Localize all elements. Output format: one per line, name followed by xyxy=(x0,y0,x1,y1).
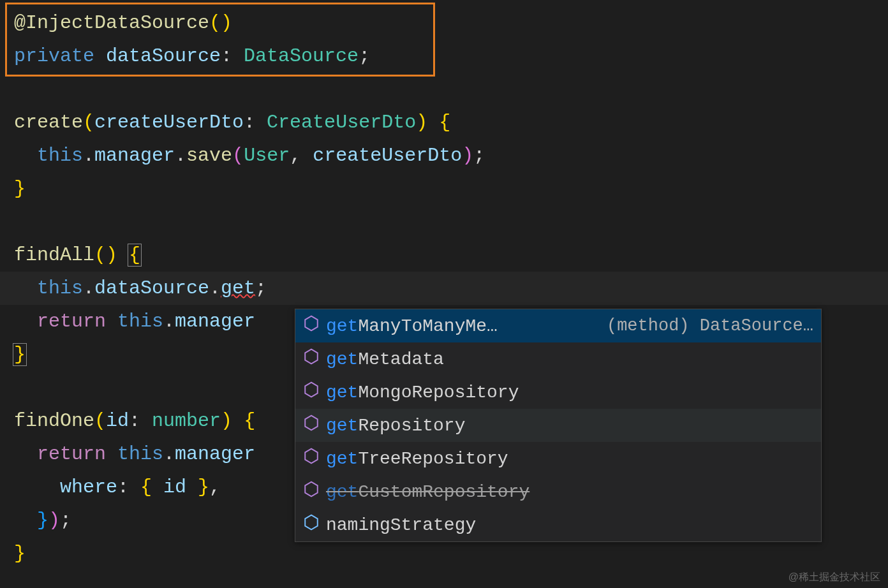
autocomplete-item[interactable]: getCustomRepository xyxy=(295,475,821,508)
code-line: findAll() { xyxy=(14,239,888,272)
autocomplete-item[interactable]: getMetadata xyxy=(295,342,821,376)
autocomplete-popup[interactable]: getManyToManyMe…(method) DataSource…getM… xyxy=(295,309,822,542)
autocomplete-item[interactable]: namingStrategy xyxy=(295,508,821,541)
method-icon xyxy=(303,415,326,436)
method-icon xyxy=(303,348,326,370)
autocomplete-label: namingStrategy xyxy=(326,515,813,535)
autocomplete-label: getTreeRepository xyxy=(326,449,813,469)
autocomplete-item[interactable]: getMongoRepository xyxy=(295,376,821,409)
code-line: this.manager.save(User, createUserDto); xyxy=(14,139,888,172)
code-line-active: this.dataSource.get; xyxy=(0,272,888,305)
property-icon xyxy=(303,514,326,536)
autocomplete-label: getManyToManyMe… xyxy=(326,316,594,336)
code-line xyxy=(14,205,888,239)
method-icon xyxy=(303,481,326,503)
code-line: } xyxy=(14,172,888,205)
code-line: @InjectDataSource() xyxy=(14,6,888,40)
autocomplete-label: getRepository xyxy=(326,416,813,436)
autocomplete-item[interactable]: getTreeRepository xyxy=(295,442,821,475)
code-line xyxy=(14,73,888,106)
autocomplete-label: getMetadata xyxy=(326,349,813,369)
code-line: private dataSource: DataSource; xyxy=(14,40,888,73)
code-line: create(createUserDto: CreateUserDto) { xyxy=(14,106,888,139)
method-icon xyxy=(303,381,326,403)
method-icon xyxy=(303,315,326,337)
autocomplete-item[interactable]: getManyToManyMe…(method) DataSource… xyxy=(295,309,821,342)
watermark-text: @稀土掘金技术社区 xyxy=(788,571,880,584)
autocomplete-detail: (method) DataSource… xyxy=(594,316,813,335)
autocomplete-label: getCustomRepository xyxy=(326,482,813,502)
autocomplete-item[interactable]: getRepository xyxy=(295,409,821,442)
method-icon xyxy=(303,448,326,469)
autocomplete-label: getMongoRepository xyxy=(326,383,813,402)
